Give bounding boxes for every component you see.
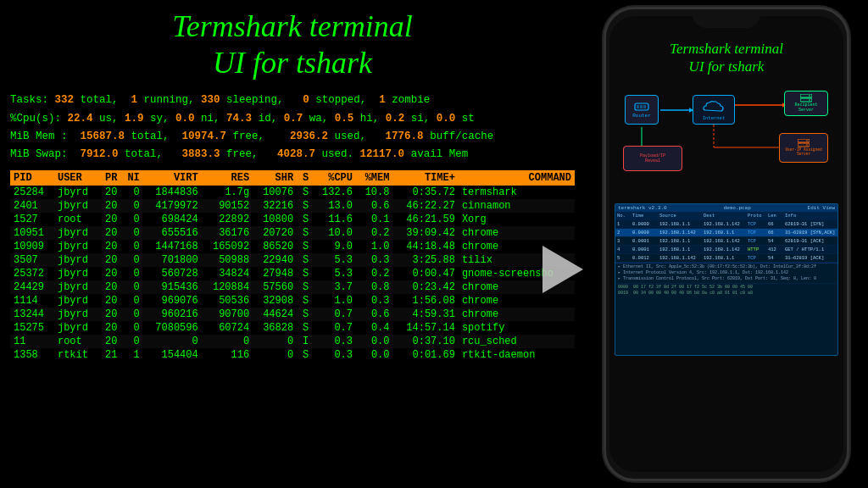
table-row: 10951jbyrd2006555163617620720S10.00.239:… [10,226,575,240]
phone-title-line1: Termshark terminal [620,40,833,58]
cloud-icon [700,98,727,115]
play-arrow-icon[interactable] [542,246,583,293]
phone-title-line2: UI for tshark [620,58,833,75]
mem-line: MiB Mem : 15687.8 total, 10974.7 free, 2… [10,128,575,146]
table-row: 1114jbyrd2009690765053632908S1.00.31:56.… [10,294,575,308]
tshark-header: termshark v2.3.0 demo.pcap Edit View [615,204,837,212]
svg-rect-9 [800,94,812,97]
tshark-hex-dump: 0000 00 17 f2 3f 8d 2f 00 17 f2 5c 52 3b… [615,283,837,297]
system-info: Tasks: 332 total, 1 running, 330 sleepin… [10,92,575,164]
phone-notch [693,9,760,28]
table-row: 24429jbyrd20091543612088457560S3.70.80:2… [10,280,575,294]
col-mem: %MEM [356,170,392,186]
svg-point-15 [806,140,808,141]
right-panel: Termshark terminal UI for tshark [585,0,868,488]
tshark-menu: Edit View [808,205,835,211]
svg-rect-10 [800,98,812,102]
svg-rect-14 [798,143,810,147]
table-row: 1527root2006984242289210800S11.60.146:21… [10,213,575,226]
table-row: 25372jbyrd2005607283482427948S5.30.20:00… [10,267,575,280]
col-ni: NI [120,170,142,186]
phone-screen: Termshark terminal UI for tshark [609,16,843,472]
tshark-row: 3 0.0001 192.168.1.1 192.168.1.142 TCP 5… [615,237,837,246]
tshark-screenshot: termshark v2.3.0 demo.pcap Edit View No.… [615,203,838,356]
cpu-line: %Cpu(s): 22.4 us, 1.9 sy, 0.0 ni, 74.3 i… [10,110,575,128]
col-user: USER [54,170,98,186]
svg-rect-8 [643,105,646,108]
svg-rect-7 [640,105,643,108]
title-line1: Termshark terminal [10,8,575,45]
tshark-row: 1 0.0000 192.168.1.1 192.168.1.142 TCP 6… [615,220,837,229]
table-row: 25284jbyrd20018448361.7g10076S132.610.80… [10,186,575,199]
table-row: 3507jbyrd2007018005098822940S5.30.33:25.… [10,253,575,267]
tshark-col-header: No. Time Source Dest Proto Len Info [615,212,837,220]
col-command: COMMAND [459,170,575,186]
table-row: 10909jbyrd200144716816509286520S9.01.044… [10,240,575,253]
svg-point-12 [809,99,810,101]
svg-rect-13 [798,139,810,142]
svg-rect-6 [637,105,639,108]
tasks-line: Tasks: 332 total, 1 running, 330 sleepin… [10,92,575,109]
svg-point-16 [806,144,808,146]
table-row: 11root200000I0.30.00:37.10rcu_sched [10,335,575,348]
col-pid: PID [10,170,54,186]
server2-box: User-IP AssignedServer [779,133,828,163]
tshark-detail: ▸ Ethernet II, Src: Apple_5c:52:3b (00:1… [615,263,837,283]
col-virt: VIRT [143,170,202,186]
col-pr: PR [98,170,120,186]
phone-mockup: Termshark terminal UI for tshark [604,7,849,481]
col-res: RES [202,170,253,186]
tshark-row: 5 0.0012 192.168.1.142 192.168.1.1 TCP 5… [615,254,837,263]
left-panel: Termshark terminal UI for tshark Tasks: … [0,0,585,488]
table-row: 1358rtkit2111544041160S0.30.00:01.69rtki… [10,348,575,362]
router-box: Router [625,95,659,125]
swap-line: MiB Swap: 7912.0 total, 3883.3 free, 402… [10,146,575,164]
tshark-row: 2 0.0000 192.168.1.142 192.168.1.1 TCP 6… [615,229,837,237]
cloud-box: Internet [693,95,735,125]
col-time: TIME+ [392,170,458,186]
process-table: PID USER PR NI VIRT RES SHR S %CPU %MEM … [10,170,575,362]
col-s: S [297,170,312,186]
col-shr: SHR [253,170,297,186]
tshark-file: demo.pcap [723,205,750,211]
table-row: 15275jbyrd20070805966072436828S0.70.414:… [10,321,575,335]
firewall-box: Payload/IPReveal [623,146,682,171]
table-row: 13244jbyrd2009602169070044624S0.70.64:59… [10,308,575,321]
tshark-row: 4 0.0001 192.168.1.1 192.168.1.142 HTTP … [615,246,837,254]
diagram-container: Router Internet [616,86,837,197]
server1-box: RecipientServer [784,91,828,116]
network-diagram: Router Internet [609,83,843,202]
main-title: Termshark terminal UI for tshark [10,8,575,81]
table-row: 2401jbyrd20041799729015232216S13.00.646:… [10,199,575,213]
title-line2: UI for tshark [10,45,575,81]
col-cpu: %CPU [312,170,356,186]
svg-point-11 [809,95,810,97]
tshark-title: termshark v2.3.0 [618,205,667,211]
